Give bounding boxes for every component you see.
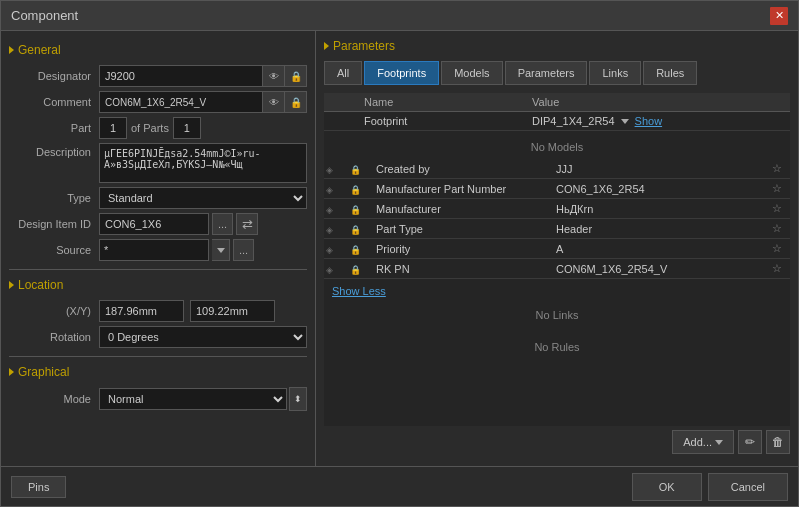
source-row: Source ...: [9, 239, 307, 261]
of-parts-label: of Parts: [131, 122, 169, 134]
designator-eye-button[interactable]: 👁: [263, 65, 285, 87]
tab-models[interactable]: Models: [441, 61, 502, 85]
param-name-5: RK PN: [368, 259, 548, 279]
general-section-label: General: [18, 43, 61, 57]
x-input[interactable]: [99, 300, 184, 322]
footprint-show-link[interactable]: Show: [635, 115, 663, 127]
description-row: Description μΓЕЕ6PINJĒдsa2.54mmJ©I»ru-А»…: [9, 143, 307, 183]
param-lock-icon-2: 🔒: [348, 199, 368, 219]
comment-lock-button[interactable]: 🔒: [285, 91, 307, 113]
part-number-input[interactable]: [99, 117, 127, 139]
right-panel: Parameters All Footprints Models Paramet…: [316, 31, 798, 466]
comment-eye-button[interactable]: 👁: [263, 91, 285, 113]
param-row-0: ◈ 🔒 Created by JJJ ☆: [324, 159, 790, 179]
footprint-name-cell: Footprint: [324, 112, 524, 131]
tab-links[interactable]: Links: [589, 61, 641, 85]
param-star-0: ☆: [764, 159, 790, 179]
xy-label: (X/Y): [9, 305, 99, 317]
source-ellipsis-button[interactable]: ...: [233, 239, 254, 261]
ok-button[interactable]: OK: [632, 473, 702, 501]
designator-label: Designator: [9, 70, 99, 82]
type-label: Type: [9, 192, 99, 204]
cancel-button[interactable]: Cancel: [708, 473, 788, 501]
show-less-link[interactable]: Show Less: [324, 283, 790, 299]
param-star-4: ☆: [764, 239, 790, 259]
param-value-5: CON6M_1X6_2R54_V: [548, 259, 764, 279]
edit-button[interactable]: ✏: [738, 430, 762, 454]
param-lock-icon-1: 🔒: [348, 179, 368, 199]
part-label: Part: [9, 122, 99, 134]
dialog-footer: Pins OK Cancel: [1, 466, 798, 506]
param-name-2: Manufacturer: [368, 199, 548, 219]
param-row-5: ◈ 🔒 RK PN CON6M_1X6_2R54_V ☆: [324, 259, 790, 279]
graphical-triangle-icon: [9, 368, 14, 376]
source-dropdown-button[interactable]: [212, 239, 230, 261]
mode-select[interactable]: Normal: [99, 388, 287, 410]
tab-footprints[interactable]: Footprints: [364, 61, 439, 85]
param-value-1: CON6_1X6_2R54: [548, 179, 764, 199]
param-name-3: Part Type: [368, 219, 548, 239]
tab-parameters[interactable]: Parameters: [505, 61, 588, 85]
delete-button[interactable]: 🗑: [766, 430, 790, 454]
designator-row: Designator 👁 🔒: [9, 65, 307, 87]
designator-input[interactable]: [99, 65, 263, 87]
design-item-id-input[interactable]: [99, 213, 209, 235]
graphical-section-header: Graphical: [9, 365, 307, 379]
footprint-dropdown-icon: [621, 119, 629, 124]
design-item-ellipsis-button[interactable]: ...: [212, 213, 233, 235]
params-tabs: All Footprints Models Parameters Links R…: [324, 61, 790, 85]
comment-input-group: 👁 🔒: [99, 91, 307, 113]
param-vis-icon-2: ◈: [324, 199, 348, 219]
tab-all[interactable]: All: [324, 61, 362, 85]
params-content: Name Value Footprint DIP4_1X4_2R54: [324, 93, 790, 426]
param-name-4: Priority: [368, 239, 548, 259]
rotation-label: Rotation: [9, 331, 99, 343]
comment-input[interactable]: [99, 91, 263, 113]
rotation-select[interactable]: 0 Degrees: [99, 326, 307, 348]
design-item-id-row: Design Item ID ... ⇄: [9, 213, 307, 235]
source-label: Source: [9, 244, 99, 256]
param-name-0: Created by: [368, 159, 548, 179]
param-value-4: A: [548, 239, 764, 259]
location-triangle-icon: [9, 281, 14, 289]
divider-2: [9, 356, 307, 357]
no-links-label: No Links: [324, 299, 790, 331]
type-select[interactable]: Standard: [99, 187, 307, 209]
params-table: Name Value Footprint DIP4_1X4_2R54: [324, 93, 790, 131]
y-input[interactable]: [190, 300, 275, 322]
param-star-5: ☆: [764, 259, 790, 279]
designator-lock-button[interactable]: 🔒: [285, 65, 307, 87]
close-button[interactable]: ✕: [770, 7, 788, 25]
param-row-4: ◈ 🔒 Priority A ☆: [324, 239, 790, 259]
col-name-header: Name: [324, 93, 524, 112]
param-lock-icon-3: 🔒: [348, 219, 368, 239]
design-item-id-group: ... ⇄: [99, 213, 258, 235]
rotation-row: Rotation 0 Degrees: [9, 326, 307, 348]
tab-rules[interactable]: Rules: [643, 61, 697, 85]
mode-label: Mode: [9, 393, 99, 405]
total-parts-input[interactable]: [173, 117, 201, 139]
general-triangle-icon: [9, 46, 14, 54]
xy-inputs: [99, 300, 307, 322]
param-lock-icon-4: 🔒: [348, 239, 368, 259]
parameters-section-label: Parameters: [333, 39, 395, 53]
param-lock-icon-5: 🔒: [348, 259, 368, 279]
add-dropdown-arrow-icon: [715, 440, 723, 445]
param-vis-icon-5: ◈: [324, 259, 348, 279]
comment-row: Comment 👁 🔒: [9, 91, 307, 113]
design-item-arrows-button[interactable]: ⇄: [236, 213, 258, 235]
no-rules-label: No Rules: [324, 331, 790, 363]
ok-cancel-group: OK Cancel: [632, 473, 788, 501]
pins-button[interactable]: Pins: [11, 476, 66, 498]
comment-label: Comment: [9, 96, 99, 108]
mode-action-button[interactable]: ⬍: [289, 387, 307, 411]
description-input[interactable]: μΓЕЕ6PINJĒдsa2.54mmJ©I»ru-А»в3SμДIеХл,БΎ…: [99, 143, 307, 183]
add-button[interactable]: Add...: [672, 430, 734, 454]
no-models-label: No Models: [324, 135, 790, 159]
source-dropdown-arrow-icon: [217, 248, 225, 253]
source-input[interactable]: [99, 239, 209, 261]
mode-group: Normal ⬍: [99, 387, 307, 411]
title-bar: Component ✕: [1, 1, 798, 31]
part-row: Part of Parts: [9, 117, 307, 139]
footprint-value-group: DIP4_1X4_2R54 Show: [532, 115, 782, 127]
